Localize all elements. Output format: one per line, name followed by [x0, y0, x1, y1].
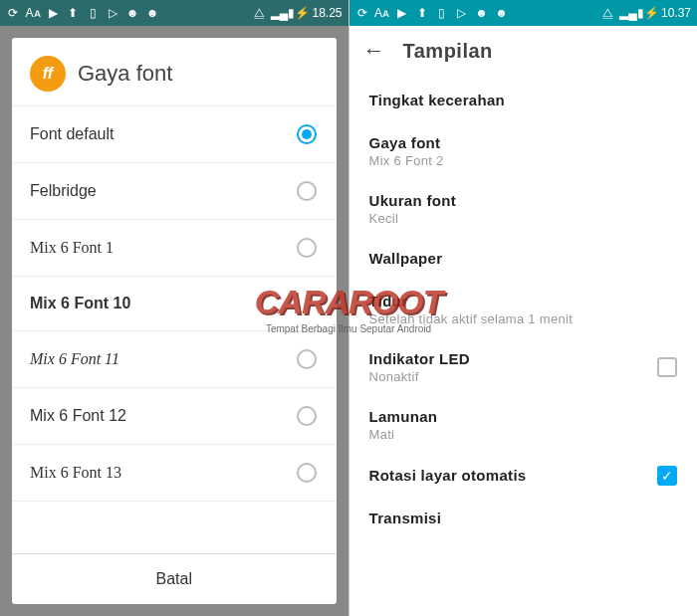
font-label: Font default: [30, 125, 115, 143]
font-option-mix6-10[interactable]: Mix 6 Font 10: [12, 276, 337, 330]
droid2-icon: ☻: [145, 6, 159, 20]
statusbar-time: 10.37: [661, 6, 691, 20]
droid-icon: ☻: [475, 6, 489, 20]
font-option-mix6-12[interactable]: Mix 6 Font 12: [12, 387, 337, 444]
radio-selected[interactable]: [297, 124, 317, 144]
font-dialog: ff Gaya font Font default Felbridge Mix …: [12, 38, 337, 604]
phone-left: ⟳ Aᴀ ▶ ⬆ ▯ ▷ ☻ ☻ ⧋ ▂▄ ▮⚡ 18.25 ff Gaya f…: [0, 0, 349, 616]
cancel-button[interactable]: Batal: [12, 553, 337, 604]
statusbar-right-icons: ⟳ Aᴀ ▶ ⬆ ▯ ▷ ☻ ☻: [355, 6, 509, 20]
font-label: Mix 6 Font 11: [30, 350, 119, 368]
left-content: ff Gaya font Font default Felbridge Mix …: [0, 26, 348, 616]
statusbar-right-right: ⧋ ▂▄ ▮⚡ 10.37: [601, 6, 691, 20]
signal-icon: ▂▄: [272, 6, 286, 20]
setting-sub: Mix 6 Font 2: [369, 153, 678, 168]
wifi-icon: ⧋: [601, 6, 615, 20]
back-icon[interactable]: ←: [363, 38, 385, 64]
radio[interactable]: [297, 238, 317, 258]
setting-title: Wallpaper: [369, 250, 678, 267]
radio[interactable]: [297, 349, 317, 369]
appbar: ← Tampilan: [349, 26, 698, 76]
setting-title: Ukuran font: [369, 192, 678, 209]
statusbar-left-right: ⧋ ▂▄ ▮⚡ 18.25: [252, 6, 342, 20]
font-option-default[interactable]: Font default: [12, 105, 337, 162]
wifi-icon: ⧋: [252, 6, 266, 20]
setting-wallpaper[interactable]: Wallpaper: [349, 238, 698, 281]
font-label: Mix 6 Font 13: [30, 464, 121, 482]
font-icon: Aᴀ: [375, 6, 389, 20]
font-label: Felbridge: [30, 182, 97, 200]
dialog-title: Gaya font: [78, 61, 172, 87]
font-list[interactable]: Font default Felbridge Mix 6 Font 1 Mix …: [12, 105, 337, 553]
setting-sub: Mati: [369, 427, 678, 442]
battery-icon: ▮⚡: [641, 6, 655, 20]
setting-title: Transmisi: [369, 510, 678, 526]
statusbar-right: ⟳ Aᴀ ▶ ⬆ ▯ ▷ ☻ ☻ ⧋ ▂▄ ▮⚡ 10.37: [349, 0, 698, 26]
play-icon: ▶: [46, 6, 60, 20]
font-option-partial[interactable]: [12, 501, 337, 514]
phone-right: ⟳ Aᴀ ▶ ⬆ ▯ ▷ ☻ ☻ ⧋ ▂▄ ▮⚡ 10.37 ← Tampila…: [349, 0, 698, 616]
setting-sub: Nonaktif: [369, 369, 470, 384]
upload-icon: ⬆: [66, 6, 80, 20]
droid2-icon: ☻: [495, 6, 509, 20]
play-icon: ▶: [395, 6, 409, 20]
setting-daydream[interactable]: Lamunan Mati: [349, 396, 698, 454]
setting-title: Indikator LED: [369, 350, 470, 367]
appbar-title: Tampilan: [403, 40, 493, 63]
setting-sub: Kecil: [369, 211, 678, 226]
radio[interactable]: [297, 463, 317, 483]
radio[interactable]: [297, 406, 317, 426]
setting-sleep[interactable]: Tidur Setelah tidak aktif selama 1 menit: [349, 281, 698, 338]
font-option-felbridge[interactable]: Felbridge: [12, 162, 337, 219]
radio[interactable]: [297, 181, 317, 201]
setting-cast[interactable]: Transmisi: [349, 498, 698, 540]
play2-icon: ▷: [106, 6, 119, 20]
setting-title: Gaya font: [369, 134, 678, 151]
settings-list[interactable]: Tingkat kecerahan Gaya font Mix 6 Font 2…: [349, 76, 698, 616]
doc-icon: ▯: [435, 6, 449, 20]
setting-led[interactable]: Indikator LED Nonaktif: [349, 338, 698, 396]
setting-sub: Setelah tidak aktif selama 1 menit: [369, 311, 678, 326]
statusbar-time: 18.25: [312, 6, 342, 20]
setting-rotation[interactable]: Rotasi layar otomatis ✓: [349, 454, 698, 498]
setting-title: Lamunan: [369, 408, 678, 425]
font-option-mix6-1[interactable]: Mix 6 Font 1: [12, 219, 337, 276]
font-icon: Aᴀ: [26, 6, 40, 20]
checkbox-unchecked[interactable]: [657, 357, 677, 377]
setting-title: Tidur: [369, 293, 678, 309]
play2-icon: ▷: [455, 6, 469, 20]
setting-brightness[interactable]: Tingkat kecerahan: [349, 80, 698, 122]
battery-icon: ▮⚡: [292, 6, 306, 20]
signal-icon: ▂▄: [621, 6, 635, 20]
font-label: Mix 6 Font 12: [30, 407, 126, 425]
font-option-mix6-13[interactable]: Mix 6 Font 13: [12, 444, 337, 501]
sync-icon: ⟳: [355, 6, 369, 20]
statusbar-left-icons: ⟳ Aᴀ ▶ ⬆ ▯ ▷ ☻ ☻: [6, 6, 159, 20]
doc-icon: ▯: [86, 6, 100, 20]
setting-font-style[interactable]: Gaya font Mix 6 Font 2: [349, 122, 698, 180]
flipfont-icon: ff: [30, 56, 66, 92]
statusbar-left: ⟳ Aᴀ ▶ ⬆ ▯ ▷ ☻ ☻ ⧋ ▂▄ ▮⚡ 18.25: [0, 0, 348, 26]
setting-title: Rotasi layar otomatis: [369, 467, 527, 484]
font-option-mix6-11[interactable]: Mix 6 Font 11: [12, 330, 337, 387]
font-label: Mix 6 Font 1: [30, 239, 114, 257]
right-content: ← Tampilan Tingkat kecerahan Gaya font M…: [349, 26, 698, 616]
setting-font-size[interactable]: Ukuran font Kecil: [349, 180, 698, 238]
droid-icon: ☻: [125, 6, 139, 20]
dialog-header: ff Gaya font: [12, 38, 337, 105]
checkbox-checked[interactable]: ✓: [657, 466, 677, 486]
font-label: Mix 6 Font 10: [30, 295, 130, 312]
setting-title: Tingkat kecerahan: [369, 92, 678, 108]
sync-icon: ⟳: [6, 6, 20, 20]
upload-icon: ⬆: [415, 6, 429, 20]
